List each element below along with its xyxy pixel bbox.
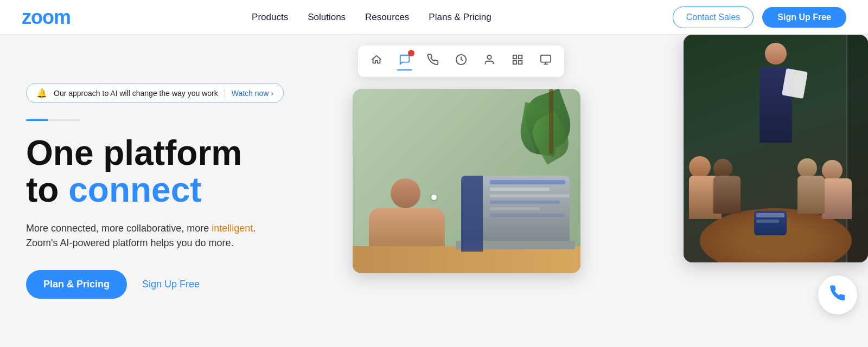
paper-document xyxy=(782,68,808,99)
hero-subtext: More connected, more collaborative, more… xyxy=(26,221,310,250)
svg-rect-2 xyxy=(513,55,516,59)
toolbar-phone[interactable] xyxy=(425,52,441,70)
nav-solutions[interactable]: Solutions xyxy=(308,12,346,23)
toolbar-contacts[interactable] xyxy=(482,52,497,70)
svg-rect-3 xyxy=(519,55,522,59)
toolbar-screen[interactable] xyxy=(538,52,553,70)
tablet-device xyxy=(754,211,787,235)
meeting-person-3 xyxy=(822,160,852,219)
nav-links: Products Solutions Resources Plans & Pri… xyxy=(252,12,492,23)
plan-pricing-button[interactable]: Plan & Pricing xyxy=(26,270,127,299)
zoom-app-toolbar xyxy=(358,46,564,77)
chat-badge xyxy=(408,50,414,56)
apps-icon xyxy=(510,52,525,67)
laptop-lid xyxy=(461,176,570,241)
banner-watch-link[interactable]: Watch now › xyxy=(225,89,273,98)
home-icon xyxy=(369,52,384,67)
contact-icon xyxy=(482,52,497,67)
announcement-banner[interactable]: 🔔 Our approach to AI will change the way… xyxy=(26,83,284,103)
clock-icon xyxy=(454,52,469,67)
presenter-area xyxy=(760,43,792,143)
airpod-icon xyxy=(431,195,437,200)
presenter-head xyxy=(765,43,787,65)
phone-cta-card[interactable] xyxy=(818,275,857,314)
cta-row: Plan & Pricing Sign Up Free xyxy=(26,270,310,299)
toolbar-meetings[interactable] xyxy=(454,52,469,70)
person-head xyxy=(391,178,420,208)
banner-text: Our approach to AI will change the way y… xyxy=(54,89,218,98)
window-decoration xyxy=(846,35,868,262)
svg-rect-4 xyxy=(519,61,522,64)
signup-free-link[interactable]: Sign Up Free xyxy=(142,279,200,290)
nav-actions: Contact Sales Sign Up Free xyxy=(673,7,846,28)
toolbar-chat[interactable] xyxy=(397,52,412,70)
nav-resources[interactable]: Resources xyxy=(365,12,409,23)
nav-plans[interactable]: Plans & Pricing xyxy=(429,12,491,23)
meeting-scene xyxy=(684,35,868,262)
main-content: 🔔 Our approach to AI will change the way… xyxy=(0,35,868,347)
laptop-scene-card xyxy=(353,89,580,273)
svg-rect-5 xyxy=(513,61,516,64)
toolbar-home[interactable] xyxy=(369,52,384,70)
chat-icon xyxy=(397,52,412,67)
meeting-person-4 xyxy=(797,158,825,214)
nav-products[interactable]: Products xyxy=(252,12,288,23)
screen-icon xyxy=(538,52,553,67)
left-panel: 🔔 Our approach to AI will change the way… xyxy=(0,35,336,347)
hero-headline: One platform to connect xyxy=(26,135,310,208)
svg-point-1 xyxy=(487,55,491,59)
phone-icon xyxy=(425,52,441,67)
signup-nav-button[interactable]: Sign Up Free xyxy=(762,7,846,28)
headline-divider xyxy=(26,119,80,121)
meeting-scene-card xyxy=(684,35,868,262)
laptop-body xyxy=(461,176,570,252)
right-area xyxy=(336,35,868,347)
svg-rect-6 xyxy=(541,55,551,62)
bell-icon: 🔔 xyxy=(36,88,47,98)
toolbar-apps[interactable] xyxy=(510,52,525,70)
laptop-scene xyxy=(353,89,580,273)
phone-call-icon xyxy=(829,285,846,306)
contact-sales-button[interactable]: Contact Sales xyxy=(673,7,754,28)
meeting-person-2 xyxy=(713,159,741,214)
navbar: zoom Products Solutions Resources Plans … xyxy=(0,0,868,35)
logo[interactable]: zoom xyxy=(22,6,71,29)
